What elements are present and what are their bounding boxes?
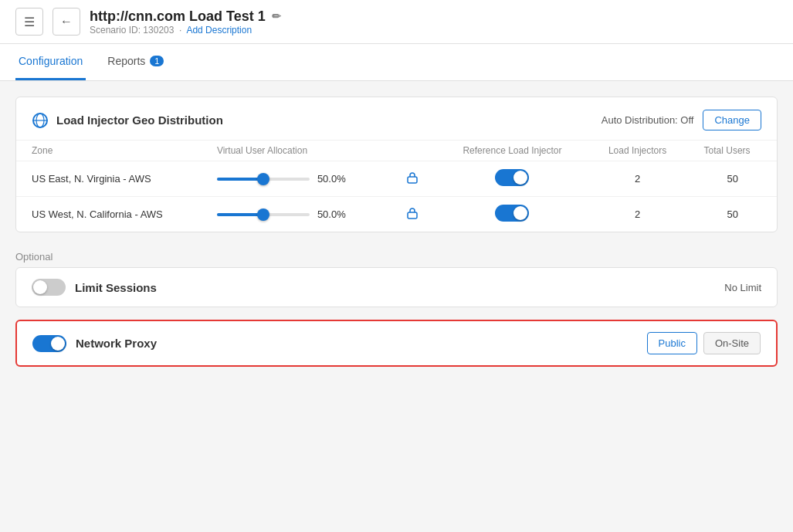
change-button[interactable]: Change (703, 110, 761, 130)
toggle-thumb-2 (513, 206, 527, 220)
lock-icon-2[interactable] (405, 206, 419, 220)
network-proxy-title: Network Proxy (76, 337, 157, 350)
slider-track-2[interactable] (217, 213, 310, 216)
lock-icon-1[interactable] (405, 171, 419, 185)
network-proxy-left: Network Proxy (32, 335, 157, 352)
network-proxy-toggle[interactable] (32, 335, 66, 352)
limit-sessions-toggle[interactable] (32, 279, 66, 296)
slider-container-2: 50.0% (217, 208, 371, 220)
page-title: http://cnn.com Load Test 1 ✏ (90, 8, 281, 25)
limit-sessions-card: Limit Sessions No Limit (15, 267, 778, 307)
tab-reports[interactable]: Reports 1 (104, 44, 167, 80)
col-rli: Reference Load Injector (438, 141, 586, 161)
slider-thumb-2 (257, 208, 269, 221)
total-users-1: 50 (689, 161, 777, 197)
public-button[interactable]: Public (647, 332, 697, 354)
onsite-button[interactable]: On-Site (703, 332, 761, 354)
table-row: US East, N. Virginia - AWS 50.0% (16, 161, 777, 197)
limit-sessions-value: No Limit (724, 282, 761, 293)
table-row: US West, N. California - AWS 50.0% (16, 197, 777, 232)
slider-fill-2 (217, 213, 263, 216)
svg-rect-3 (408, 177, 417, 183)
col-tu: Total Users (689, 141, 777, 161)
menu-button[interactable]: ☰ (15, 8, 43, 36)
ref-load-injector-toggle-2[interactable] (495, 205, 529, 222)
scenario-id: Scenario ID: 130203 (90, 25, 174, 36)
back-icon: ← (60, 15, 73, 29)
tab-configuration[interactable]: Configuration (15, 44, 86, 80)
vua-2: 50.0% (202, 197, 387, 232)
geo-table-header-row: Zone Virtual User Allocation Reference L… (16, 141, 777, 161)
tab-bar: Configuration Reports 1 (0, 44, 793, 81)
geo-table: Zone Virtual User Allocation Reference L… (16, 140, 777, 232)
tab-configuration-label: Configuration (19, 55, 83, 67)
title-text: http://cnn.com Load Test 1 (90, 8, 266, 25)
geo-title-text: Load Injector Geo Distribution (56, 114, 223, 127)
ref-toggle-cell-2 (438, 197, 586, 232)
limit-sessions-inner: Limit Sessions No Limit (16, 268, 777, 307)
geo-distribution-card: Load Injector Geo Distribution Auto Dist… (15, 97, 778, 232)
main-content: Load Injector Geo Distribution Auto Dist… (0, 81, 793, 382)
slider-container-1: 50.0% (217, 173, 371, 185)
menu-icon: ☰ (24, 15, 35, 29)
limit-sessions-toggle-thumb (33, 280, 47, 294)
limit-sessions-left: Limit Sessions (32, 279, 157, 296)
vua-1: 50.0% (202, 161, 387, 197)
ref-load-injector-toggle-1[interactable] (495, 169, 529, 186)
lock-2 (387, 197, 438, 232)
limit-sessions-title: Limit Sessions (75, 281, 157, 294)
geo-card-header: Load Injector Geo Distribution Auto Dist… (16, 97, 777, 140)
back-button[interactable]: ← (53, 8, 80, 36)
zone-2: US West, N. California - AWS (16, 197, 202, 232)
header-subtitle: Scenario ID: 130203 · Add Description (90, 25, 281, 36)
app-header: ☰ ← http://cnn.com Load Test 1 ✏ Scenari… (0, 0, 793, 44)
slider-thumb-1 (257, 173, 269, 185)
col-lock (387, 141, 438, 161)
col-li: Load Injectors (587, 141, 689, 161)
ref-toggle-cell-1 (438, 161, 586, 197)
globe-icon (32, 112, 49, 129)
edit-icon[interactable]: ✏ (272, 10, 281, 22)
load-injectors-2: 2 (587, 197, 689, 232)
zone-1: US East, N. Virginia - AWS (16, 161, 202, 197)
network-proxy-right: Public On-Site (647, 332, 761, 354)
network-proxy-card: Network Proxy Public On-Site (15, 320, 778, 367)
network-proxy-toggle-thumb (51, 337, 65, 351)
total-users-2: 50 (689, 197, 777, 232)
tab-reports-label: Reports (107, 55, 145, 67)
geo-controls: Auto Distribution: Off Change (602, 110, 761, 130)
auto-distribution-label: Auto Distribution: Off (602, 114, 694, 126)
geo-title: Load Injector Geo Distribution (32, 112, 223, 129)
slider-pct-2: 50.0% (317, 208, 348, 220)
slider-fill-1 (217, 178, 263, 181)
lock-1 (387, 161, 438, 197)
svg-rect-4 (408, 212, 417, 219)
optional-section-label: Optional (15, 245, 778, 267)
add-description-link[interactable]: Add Description (186, 25, 252, 36)
load-injectors-1: 2 (587, 161, 689, 197)
col-vua: Virtual User Allocation (202, 141, 387, 161)
toggle-thumb-1 (513, 171, 527, 185)
col-zone: Zone (16, 141, 202, 161)
header-title-section: http://cnn.com Load Test 1 ✏ Scenario ID… (90, 8, 281, 36)
slider-pct-1: 50.0% (317, 173, 348, 185)
reports-badge: 1 (150, 56, 164, 66)
slider-track-1[interactable] (217, 178, 310, 181)
